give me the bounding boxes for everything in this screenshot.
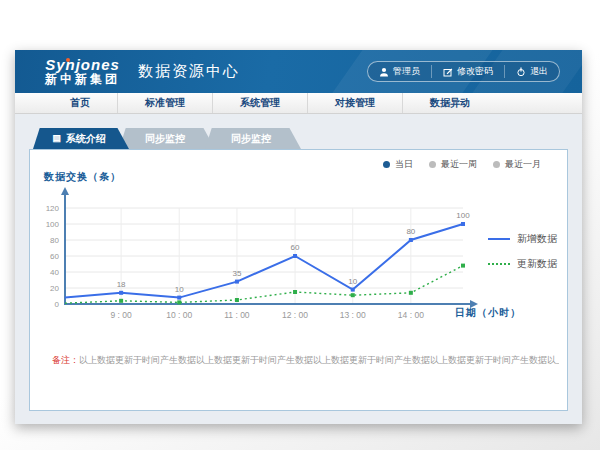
svg-text:0: 0: [55, 300, 60, 309]
range-filter: 当日最近一周最近一月: [383, 158, 541, 171]
svg-text:80: 80: [50, 236, 59, 245]
change-password-label: 修改密码: [457, 65, 493, 78]
tab-label: 同步监控: [145, 132, 185, 146]
svg-text:9 : 00: 9 : 00: [110, 310, 132, 320]
legend-item: 更新数据: [488, 257, 557, 271]
legend-label: 新增数据: [517, 232, 557, 246]
user-menu[interactable]: 管理员: [368, 65, 431, 78]
app-header: Synjones 新中新集团 数据资源中心 管理员 修改密码: [15, 50, 582, 93]
radio-label: 最近一月: [505, 158, 541, 171]
user-name: 管理员: [393, 65, 420, 78]
radio-label: 当日: [395, 158, 413, 171]
tab[interactable]: ▤系统介绍: [33, 128, 129, 149]
svg-text:80: 80: [406, 227, 415, 236]
footnote-text: 以上数据更新于时间产生数据以上数据更新于时间产生数据以上数据更新于时间产生数据以…: [79, 355, 559, 365]
chart-legend: 新增数据更新数据: [488, 232, 557, 271]
svg-text:60: 60: [50, 252, 59, 261]
svg-text:11 : 00: 11 : 00: [224, 310, 250, 320]
footnote: 备注：以上数据更新于时间产生数据以上数据更新于时间产生数据以上数据更新于时间产生…: [52, 354, 559, 367]
legend-item: 新增数据: [488, 232, 557, 246]
tab-bar: ▤系统介绍同步监控同步监控: [33, 128, 568, 149]
nav: 首页标准管理系统管理对接管理数据异动: [15, 93, 582, 114]
logo: Synjones 新中新集团: [45, 57, 120, 85]
logo-text-cn: 新中新集团: [45, 73, 120, 86]
radio-dot-icon: [429, 161, 436, 168]
person-icon: [379, 67, 389, 77]
nav-item[interactable]: 首页: [43, 93, 117, 113]
svg-text:10: 10: [348, 277, 357, 286]
line-chart: 0204060801001209 : 0010 : 0011 : 0012 : …: [30, 185, 566, 325]
page-title: 数据资源中心: [138, 62, 240, 81]
logout-button[interactable]: 退出: [504, 65, 559, 78]
radio-dot-icon: [493, 161, 500, 168]
legend-line-sample: [488, 263, 510, 265]
svg-text:20: 20: [50, 284, 59, 293]
svg-text:10: 10: [175, 285, 184, 294]
svg-text:12 : 00: 12 : 00: [282, 310, 308, 320]
tab-label: 系统介绍: [66, 132, 106, 146]
nav-item[interactable]: 对接管理: [307, 93, 402, 113]
svg-text:40: 40: [50, 268, 59, 277]
svg-text:35: 35: [232, 269, 241, 278]
footnote-prefix: 备注：: [52, 355, 79, 365]
change-password-button[interactable]: 修改密码: [431, 65, 504, 78]
svg-text:18: 18: [117, 280, 126, 289]
svg-text:120: 120: [46, 204, 60, 213]
y-axis-title: 数据交换（条）: [44, 170, 121, 184]
tab[interactable]: 同步监控: [119, 128, 215, 149]
nav-item[interactable]: 系统管理: [212, 93, 307, 113]
power-icon: [516, 67, 526, 77]
svg-text:60: 60: [291, 243, 300, 252]
nav-item[interactable]: 标准管理: [117, 93, 212, 113]
legend-line-sample: [488, 238, 510, 240]
svg-text:13 : 00: 13 : 00: [340, 310, 366, 320]
radio-label: 最近一周: [441, 158, 477, 171]
tab-label: 同步监控: [231, 132, 271, 146]
user-toolbar: 管理员 修改密码 退出: [367, 61, 560, 82]
app-window: Synjones 新中新集团 数据资源中心 管理员 修改密码: [15, 50, 582, 424]
logo-text-en: Synjones: [45, 57, 120, 73]
content-area: ▤系统介绍同步监控同步监控 当日最近一周最近一月 数据交换（条） 0204060…: [15, 114, 582, 411]
range-radio[interactable]: 最近一月: [493, 158, 541, 171]
edit-icon: [443, 67, 453, 77]
tab[interactable]: 同步监控: [205, 128, 301, 149]
range-radio[interactable]: 当日: [383, 158, 413, 171]
svg-text:100: 100: [46, 220, 60, 229]
x-axis-title: 日期（小时）: [455, 306, 521, 320]
svg-text:100: 100: [456, 211, 470, 220]
svg-text:10 : 00: 10 : 00: [166, 310, 192, 320]
range-radio[interactable]: 最近一周: [429, 158, 477, 171]
content-panel: 当日最近一周最近一月 数据交换（条） 0204060801001209 : 00…: [29, 149, 568, 411]
logout-label: 退出: [530, 65, 548, 78]
legend-label: 更新数据: [517, 257, 557, 271]
radio-dot-icon: [383, 161, 390, 168]
nav-item[interactable]: 数据异动: [402, 93, 497, 113]
svg-text:14 : 00: 14 : 00: [398, 310, 424, 320]
document-icon: ▤: [52, 134, 61, 143]
